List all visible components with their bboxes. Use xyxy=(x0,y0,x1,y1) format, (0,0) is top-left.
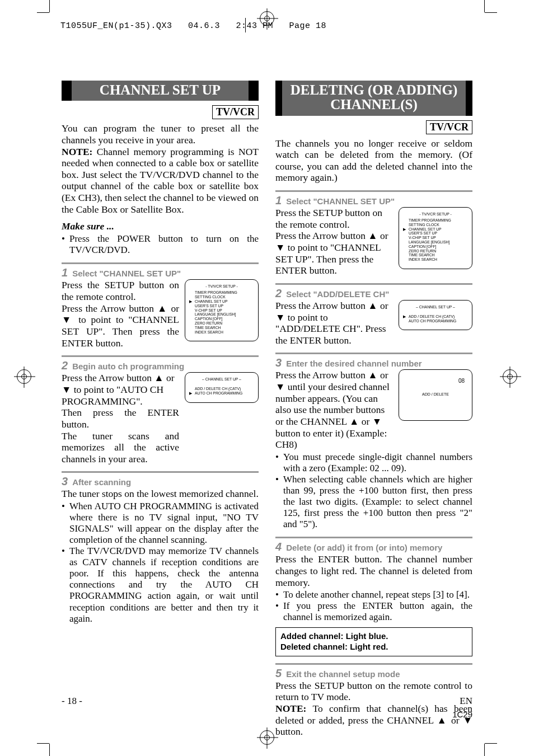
osd-row: TIME SEARCH xyxy=(189,326,254,330)
osd-row-label: ADD / DELETE CH (CATV) xyxy=(195,387,254,391)
note-item: You must precede single-digit channel nu… xyxy=(275,452,472,474)
osd-row-label: CAPTION [OFF] xyxy=(409,245,468,249)
osd-title: – CHANNEL SET UP – xyxy=(403,305,468,309)
osd-row: ADD / DELETE CH (CATV) xyxy=(189,387,254,391)
osd-row-label: INDEX SEARCH xyxy=(195,330,254,335)
osd-pointer-icon xyxy=(189,317,193,321)
step-heading: Exit the channel setup mode xyxy=(286,669,400,679)
osd-row: USER'S SET UP xyxy=(403,231,468,236)
osd-pointer-icon: ▶ xyxy=(403,227,406,232)
osd-pointer-icon xyxy=(189,308,193,313)
note-text: NOTE: To confirm that channel(s) has bee… xyxy=(275,703,472,738)
osd-pointer-icon xyxy=(189,387,193,391)
osd-row: LANGUAGE [ENGLISH] xyxy=(189,312,254,317)
tvvcr-badge: TV/VCR xyxy=(426,120,472,134)
osd-title: – CHANNEL SET UP – xyxy=(189,377,254,382)
crop-mark xyxy=(37,12,49,13)
step-number: 1 xyxy=(275,194,282,207)
step-number: 1 xyxy=(62,266,68,279)
osd-row: USER'S SET UP xyxy=(189,304,254,308)
make-sure-list: Press the POWER button to turn on the TV… xyxy=(62,233,259,256)
running-header: T1055UF_EN(p1-35).QX3 04.6.3 2:43 PM Pag… xyxy=(60,21,326,31)
osd-channel-setup: – CHANNEL SET UP – ADD / DELETE CH (CATV… xyxy=(185,372,259,402)
right-column: DELETING (OR ADDING) CHANNEL(S) TV/VCR T… xyxy=(275,81,472,738)
osd-pointer-icon: ▶ xyxy=(189,391,193,396)
osd-row-label: AUTO CH PROGRAMMING xyxy=(195,391,254,396)
osd-pointer-icon xyxy=(189,312,193,317)
notes-list: To delete another channel, repeat steps … xyxy=(275,589,472,623)
section-title-text: CHANNEL SET UP xyxy=(72,81,249,101)
crop-mark xyxy=(484,0,485,12)
osd-channel-number: 08 xyxy=(403,378,465,384)
osd-row-label: USER'S SET UP xyxy=(409,231,468,236)
osd-row-label: ADD / DELETE CH (CATV) xyxy=(409,314,468,319)
section-title-delete-add: DELETING (OR ADDING) CHANNEL(S) xyxy=(275,81,472,116)
note-item: The TV/VCR/DVD may memorize TV channels … xyxy=(62,546,259,624)
osd-pointer-icon xyxy=(403,249,406,253)
note-item: If you press the ENTER button again, the… xyxy=(275,600,472,623)
osd-row: V-CHIP SET UP xyxy=(403,236,468,240)
callout-line: Deleted channel: Light red. xyxy=(280,642,467,652)
file-time: 2:43 PM xyxy=(236,21,274,31)
osd-row-label: TIME SEARCH xyxy=(195,326,254,330)
osd-row-label: CHANNEL SET UP xyxy=(195,299,254,304)
step-heading: Enter the desired channel number xyxy=(286,359,422,368)
osd-pointer-icon xyxy=(403,236,406,240)
page-label: Page 18 xyxy=(289,21,327,31)
crop-mark xyxy=(485,12,497,13)
osd-pointer-icon xyxy=(189,290,193,295)
right-step-4: 4 Delete (or add) it from (or into) memo… xyxy=(275,537,472,656)
osd-row-label: SETTING CLOCK xyxy=(195,295,254,299)
step-text: The tuner scans and memorizes all the ac… xyxy=(62,430,179,465)
file-name: T1055UF_EN(p1-35).QX3 xyxy=(60,21,172,31)
note-item: To delete another channel, repeat steps … xyxy=(275,589,472,600)
callout-line: Added channel: Light blue. xyxy=(280,631,467,642)
osd-row-label: TIMER PROGRAMMING xyxy=(195,290,254,295)
step-number: 3 xyxy=(275,356,282,369)
make-sure-item: Press the POWER button to turn on the TV… xyxy=(62,233,259,256)
osd-row: AUTO CH PROGRAMMING xyxy=(403,319,468,323)
osd-row-label: TIMER PROGRAMMING xyxy=(409,218,468,223)
osd-pointer-icon xyxy=(403,231,406,236)
osd-row: ▶CHANNEL SET UP xyxy=(403,227,468,232)
osd-pointer-icon xyxy=(403,223,406,227)
osd-pointer-icon xyxy=(189,321,193,326)
osd-row: ▶AUTO CH PROGRAMMING xyxy=(189,391,254,396)
osd-row-label: ZERO RETURN xyxy=(195,321,254,326)
osd-pointer-icon xyxy=(189,326,193,330)
osd-row: INDEX SEARCH xyxy=(403,257,468,262)
left-step-3: 3 After scanning The tuner stops on the … xyxy=(62,471,259,624)
left-column: CHANNEL SET UP TV/VCR You can program th… xyxy=(62,81,259,738)
osd-row: ZERO RETURN xyxy=(403,249,468,253)
osd-row-label: AUTO CH PROGRAMMING xyxy=(409,319,468,323)
channel-color-callout: Added channel: Light blue. Deleted chann… xyxy=(275,627,472,656)
step-number: 4 xyxy=(275,541,282,553)
step-number: 2 xyxy=(275,287,282,300)
make-sure-heading: Make sure ... xyxy=(62,220,259,232)
osd-row: SETTING CLOCK xyxy=(189,295,254,299)
crop-mark xyxy=(484,744,485,756)
step-text: Press the SETUP button on the remote con… xyxy=(62,279,179,302)
step-text: Press the Arrow button ▲ or ▼ to point t… xyxy=(275,230,393,276)
osd-tvvcr-setup: - TV/VCR SETUP - TIMER PROGRAMMINGSETTIN… xyxy=(185,279,259,341)
osd-row: ▶CHANNEL SET UP xyxy=(189,299,254,304)
doc-code: 1C29 xyxy=(452,710,472,719)
osd-row-label: USER'S SET UP xyxy=(195,304,254,308)
step-text: Press the Arrow button ▲ or ▼ to point t… xyxy=(62,372,179,407)
osd-pointer-icon: ▶ xyxy=(403,314,406,319)
osd-pointer-icon xyxy=(403,245,406,249)
osd-row-label: CHANNEL SET UP xyxy=(409,227,468,232)
osd-pointer-icon xyxy=(189,330,193,335)
crop-mark xyxy=(37,743,49,744)
osd-row-label: V-CHIP SET UP xyxy=(195,308,254,313)
osd-channel-setup: – CHANNEL SET UP – ▶ADD / DELETE CH (CAT… xyxy=(399,300,472,330)
left-step-2: 2 Begin auto ch programming Press the Ar… xyxy=(62,355,259,464)
intro-text: The channels you no longer receive or se… xyxy=(275,138,472,184)
osd-pointer-icon xyxy=(403,253,406,257)
osd-row: TIMER PROGRAMMING xyxy=(189,290,254,295)
right-step-3: 3 Enter the desired channel number Press… xyxy=(275,353,472,530)
right-step-2: 2 Select "ADD/DELETE CH" Press the Arrow… xyxy=(275,283,472,346)
osd-row-label: CAPTION [OFF] xyxy=(195,317,254,321)
osd-pointer-icon xyxy=(189,304,193,308)
note-item: When AUTO CH PROGRAMMING is activated wh… xyxy=(62,501,259,546)
